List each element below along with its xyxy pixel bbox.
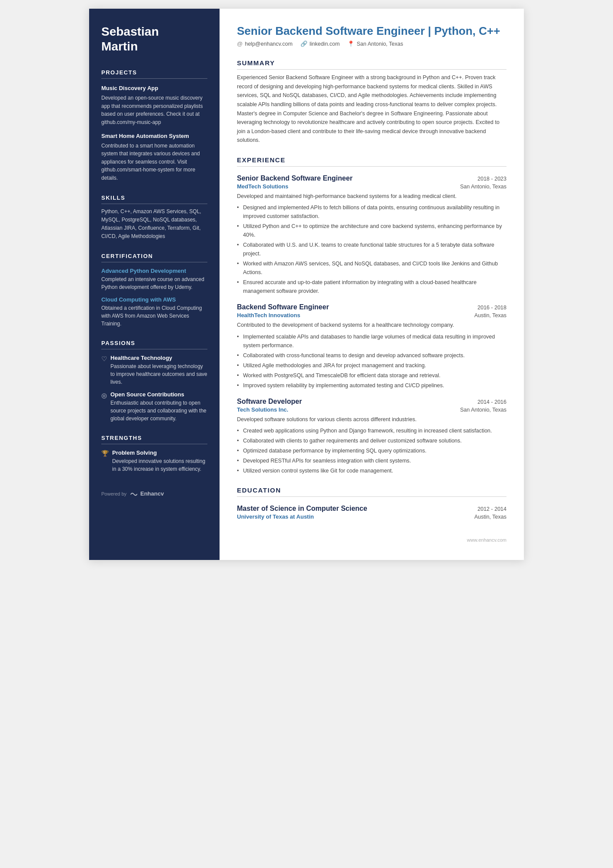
edu-location-1: Austin, Texas	[474, 514, 506, 520]
bullet-1-4: Worked with Amazon AWS services, SQL and…	[237, 259, 506, 277]
project-desc-1: Developed an open-source music discovery…	[101, 94, 207, 126]
candidate-name: SebastianMartin	[101, 24, 207, 54]
passion-item-1: ♡ Healthcare Technology Passionate about…	[101, 355, 207, 386]
job-dates-2: 2016 - 2018	[477, 305, 506, 311]
email-text: help@enhancv.com	[245, 41, 293, 47]
job-location-3: San Antonio, Texas	[460, 407, 506, 413]
passion-title-1: Healthcare Technology	[110, 355, 207, 361]
bullet-2-4: Worked with PostgreSQL and TimescaleDB f…	[237, 371, 506, 380]
strengths-section-title: STRENGTHS	[101, 435, 207, 444]
project-title-2: Smart Home Automation System	[101, 133, 207, 139]
job-company-2: HealthTech Innovations	[237, 312, 300, 318]
job-title: Senior Backend Software Engineer | Pytho…	[237, 24, 506, 38]
website-text: www.enhancv.com	[467, 537, 506, 543]
skills-text: Python, C++, Amazon AWS Services, SQL, M…	[101, 208, 207, 241]
main-content: Senior Backend Software Engineer | Pytho…	[220, 9, 524, 560]
job-dates-3: 2014 - 2016	[477, 399, 506, 405]
bullet-2-3: Utilized Agile methodologies and JIRA fo…	[237, 361, 506, 370]
job-company-3: Tech Solutions Inc.	[237, 406, 288, 413]
email-contact: @ help@enhancv.com	[237, 40, 293, 47]
summary-section-title: SUMMARY	[237, 59, 506, 70]
job-title-2: Backend Software Engineer	[237, 303, 329, 311]
job-item-1: Senior Backend Software Engineer 2018 - …	[237, 174, 506, 295]
job-item-3: Software Developer 2014 - 2016 Tech Solu…	[237, 398, 506, 475]
heart-icon: ♡	[101, 355, 107, 363]
job-bullets-3: Created web applications using Python an…	[237, 426, 506, 475]
circle-icon: ◎	[101, 392, 107, 399]
powered-by-text: Powered by	[101, 491, 127, 496]
cert-title-1: Advanced Python Development	[101, 268, 207, 274]
bullet-3-5: Utilized version control systems like Gi…	[237, 466, 506, 475]
project-desc-2: Contributed to a smart home automation s…	[101, 142, 207, 182]
bullet-1-2: Utilized Python and C++ to optimize the …	[237, 222, 506, 239]
passion-desc-1: Passionate about leveraging technology t…	[110, 362, 207, 386]
bullet-2-1: Implemented scalable APIs and databases …	[237, 332, 506, 350]
experience-section-title: EXPERIENCE	[237, 156, 506, 167]
education-section-title: EDUCATION	[237, 486, 506, 497]
passion-item-2: ◎ Open Source Contributions Enthusiastic…	[101, 391, 207, 422]
summary-text: Experienced Senior Backend Software Engi…	[237, 73, 506, 145]
job-intro-2: Contributed to the development of backen…	[237, 321, 506, 329]
main-footer: www.enhancv.com	[237, 537, 506, 543]
passions-section-title: PASSIONS	[101, 340, 207, 349]
link-icon: 🔗	[300, 40, 307, 47]
bullet-1-3: Collaborated with U.S. and U.K. teams to…	[237, 241, 506, 258]
job-bullets-2: Implemented scalable APIs and databases …	[237, 332, 506, 390]
job-title-1: Senior Backend Software Engineer	[237, 174, 353, 182]
project-title-1: Music Discovery App	[101, 85, 207, 91]
trophy-icon: 🏆	[101, 450, 109, 457]
bullet-3-3: Optimized database performance by implem…	[237, 446, 506, 455]
job-intro-3: Developed software solutions for various…	[237, 416, 506, 424]
cert-title-2: Cloud Computing with AWS	[101, 296, 207, 303]
bullet-3-1: Created web applications using Python an…	[237, 426, 506, 435]
edu-degree-1: Master of Science in Computer Science	[237, 505, 367, 513]
passion-title-2: Open Source Contributions	[110, 391, 207, 398]
contact-bar: @ help@enhancv.com 🔗 linkedin.com 📍 San …	[237, 40, 506, 47]
job-intro-1: Developed and maintained high-performanc…	[237, 192, 506, 201]
strength-desc-1: Developed innovative solutions resulting…	[112, 457, 207, 473]
bullet-3-2: Collaborated with clients to gather requ…	[237, 436, 506, 445]
enhancv-logo: Enhancv	[130, 490, 164, 497]
job-company-1: MedTech Solutions	[237, 183, 288, 190]
strength-title-1: Problem Solving	[112, 449, 207, 456]
edu-item-1: Master of Science in Computer Science 20…	[237, 505, 506, 520]
cert-item-1: Advanced Python Development Completed an…	[101, 268, 207, 291]
location-icon: 📍	[347, 40, 354, 47]
edu-school-1: University of Texas at Austin	[237, 513, 314, 520]
project-item-1: Music Discovery App Developed an open-so…	[101, 85, 207, 126]
job-dates-1: 2018 - 2023	[477, 176, 506, 182]
bullet-2-5: Improved system reliability by implement…	[237, 381, 506, 390]
cert-desc-1: Completed an intensive course on advance…	[101, 275, 207, 291]
cert-item-2: Cloud Computing with AWS Obtained a cert…	[101, 296, 207, 328]
cert-section-title: CERTIFICATION	[101, 253, 207, 262]
job-item-2: Backend Software Engineer 2016 - 2018 He…	[237, 303, 506, 389]
edu-dates-1: 2012 - 2014	[477, 506, 506, 512]
cert-desc-2: Obtained a certification in Cloud Comput…	[101, 304, 207, 328]
bullet-1-1: Designed and implemented APIs to fetch b…	[237, 203, 506, 221]
project-item-2: Smart Home Automation System Contributed…	[101, 133, 207, 182]
sidebar-footer: Powered by Enhancv	[101, 490, 207, 497]
location-contact: 📍 San Antonio, Texas	[347, 40, 403, 47]
job-location-2: Austin, Texas	[474, 312, 506, 318]
linkedin-text: linkedin.com	[310, 41, 340, 47]
bullet-2-2: Collaborated with cross-functional teams…	[237, 351, 506, 360]
passion-desc-2: Enthusiastic about contributing to open …	[110, 399, 207, 422]
strength-item-1: 🏆 Problem Solving Developed innovative s…	[101, 449, 207, 473]
bullet-3-4: Developed RESTful APIs for seamless inte…	[237, 456, 506, 465]
projects-section-title: PROJECTS	[101, 69, 207, 79]
location-text: San Antonio, Texas	[356, 41, 403, 47]
job-location-1: San Antonio, Texas	[460, 184, 506, 190]
job-title-3: Software Developer	[237, 398, 302, 406]
job-bullets-1: Designed and implemented APIs to fetch b…	[237, 203, 506, 295]
bullet-1-5: Ensured accurate and up-to-date patient …	[237, 278, 506, 295]
linkedin-contact: 🔗 linkedin.com	[300, 40, 340, 47]
sidebar: SebastianMartin PROJECTS Music Discovery…	[89, 9, 220, 560]
email-icon: @	[237, 40, 243, 47]
resume-wrapper: SebastianMartin PROJECTS Music Discovery…	[89, 9, 524, 560]
skills-section-title: SKILLS	[101, 194, 207, 204]
